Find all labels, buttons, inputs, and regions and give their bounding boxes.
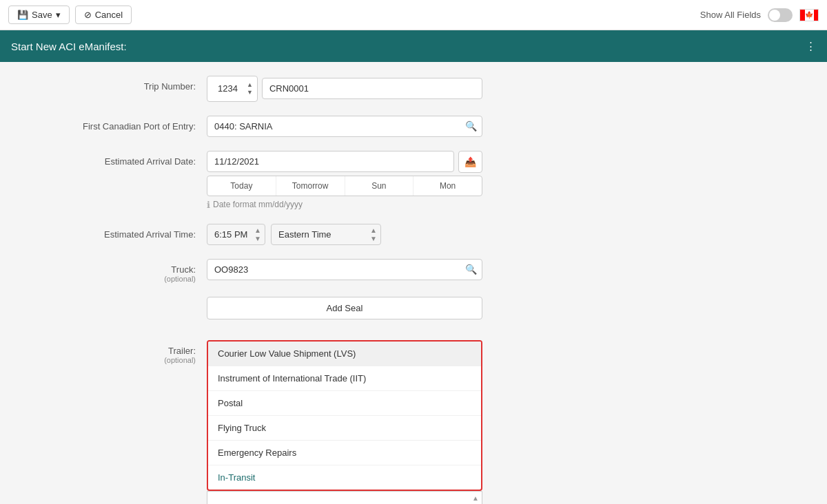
save-icon: 💾 [17, 10, 28, 20]
toolbar-left: 💾 Save ▾ ⊘ Cancel [8, 6, 132, 24]
save-label: Save [32, 10, 52, 20]
timezone-select-wrap: Eastern Time Central Time Mountain Time … [271, 224, 381, 245]
add-seal-button-label: Add Seal [327, 303, 363, 313]
add-seal-button[interactable]: Add Seal [207, 297, 482, 319]
show-fields-toggle[interactable] [768, 8, 793, 22]
save-button[interactable]: 💾 Save ▾ [8, 6, 70, 24]
trip-number-controls: 1234 ▲ ▼ CRN0001 [207, 76, 482, 102]
stepper-down[interactable]: ▼ [247, 89, 253, 96]
date-hint: ℹ Date format mm/dd/yyyy [207, 200, 482, 210]
arrival-time-label: Estimated Arrival Time: [28, 224, 207, 240]
shortcut-mon[interactable]: Mon [414, 176, 482, 196]
scroll-arrows: ▲ ▼ [472, 494, 479, 504]
dropdown-item-flying-truck[interactable]: Flying Truck [208, 416, 481, 441]
port-of-entry-input[interactable] [207, 116, 482, 137]
trip-number-stepper[interactable]: 1234 ▲ ▼ [207, 76, 258, 102]
port-search-icon: 🔍 [465, 120, 477, 132]
arrival-date-row: Estimated Arrival Date: 📤 Today Tomorrow… [28, 151, 799, 210]
main-content: Trip Number: 1234 ▲ ▼ CRN0001 First Cana… [0, 62, 827, 504]
stepper-up[interactable]: ▲ [247, 81, 253, 89]
truck-input[interactable] [207, 259, 482, 280]
page-title: Start New ACI eManifest: [11, 41, 127, 52]
scroll-up[interactable]: ▲ [472, 494, 479, 502]
toolbar: 💾 Save ▾ ⊘ Cancel Show All Fields 🍁 [0, 0, 827, 30]
cancel-button[interactable]: ⊘ Cancel [75, 6, 132, 24]
calendar-icon[interactable]: 📤 [458, 151, 482, 173]
dropdown-item-lvs[interactable]: Courier Low Value Shipment (LVS) [208, 342, 481, 366]
trip-number-row: Trip Number: 1234 ▲ ▼ CRN0001 [28, 76, 799, 102]
canada-flag: 🍁 [799, 9, 819, 21]
arrival-date-controls: 📤 Today Tomorrow Sun Mon ℹ Date format m… [207, 151, 482, 210]
page-header: Start New ACI eManifest: ⋮ [0, 30, 827, 62]
shortcut-sun[interactable]: Sun [345, 176, 414, 196]
trip-number-value: 1234 [212, 83, 244, 94]
cancel-icon: ⊘ [84, 10, 92, 20]
truck-label: Truck: (optional) [28, 259, 207, 283]
show-fields-label: Show All Fields [700, 10, 761, 20]
arrival-date-label: Estimated Arrival Date: [28, 151, 207, 167]
trailer-controls: Courier Low Value Shipment (LVS) Instrum… [207, 340, 482, 504]
add-seal-label-space [28, 297, 207, 302]
timezone-select[interactable]: Eastern Time Central Time Mountain Time … [271, 224, 381, 245]
add-seal-row: Add Seal [28, 297, 799, 326]
shortcut-tomorrow[interactable]: Tomorrow [276, 176, 345, 196]
dropdown-item-emergency-repairs[interactable]: Emergency Repairs [208, 441, 481, 465]
toolbar-right: Show All Fields 🍁 [700, 8, 819, 22]
dropdown-item-iit[interactable]: Instrument of International Trade (IIT) [208, 366, 481, 391]
truck-row: Truck: (optional) 🔍 [28, 259, 799, 283]
truck-optional: (optional) [28, 275, 196, 283]
date-shortcuts: Today Tomorrow Sun Mon [207, 176, 482, 196]
shortcut-today[interactable]: Today [207, 176, 276, 196]
port-of-entry-label: First Canadian Port of Entry: [28, 116, 207, 132]
arrival-time-controls: 6:15 PM ▲▼ Eastern Time Central Time Mou… [207, 224, 482, 245]
cancel-label: Cancel [95, 10, 123, 20]
trailer-optional: (optional) [28, 356, 196, 364]
trailer-label: Trailer: (optional) [28, 340, 207, 364]
crn-input[interactable]: CRN0001 [262, 78, 482, 99]
save-dropdown-icon: ▾ [56, 10, 61, 20]
truck-search-icon: 🔍 [465, 264, 477, 275]
time-select[interactable]: 6:15 PM [207, 224, 265, 245]
arrival-time-row: Estimated Arrival Time: 6:15 PM ▲▼ Easte… [28, 224, 799, 245]
info-icon: ℹ [207, 200, 210, 210]
truck-controls: 🔍 [207, 259, 482, 280]
port-of-entry-row: First Canadian Port of Entry: 🔍 [28, 116, 799, 137]
arrival-date-input[interactable] [207, 151, 454, 172]
dropdown-scroll: ▲ ▼ [207, 491, 482, 504]
stepper-buttons: ▲ ▼ [247, 81, 253, 96]
add-seal-controls: Add Seal [207, 297, 482, 326]
time-select-wrap: 6:15 PM ▲▼ [207, 224, 265, 245]
header-menu-icon[interactable]: ⋮ [806, 40, 816, 52]
port-of-entry-controls: 🔍 [207, 116, 482, 137]
dropdown-item-in-transit[interactable]: In-Transit [208, 465, 481, 490]
trip-number-label: Trip Number: [28, 76, 207, 92]
trailer-dropdown: Courier Low Value Shipment (LVS) Instrum… [207, 340, 482, 491]
date-format-hint: Date format mm/dd/yyyy [213, 200, 303, 209]
dropdown-item-postal[interactable]: Postal [208, 391, 481, 416]
trailer-row: Trailer: (optional) Courier Low Value Sh… [28, 340, 799, 504]
